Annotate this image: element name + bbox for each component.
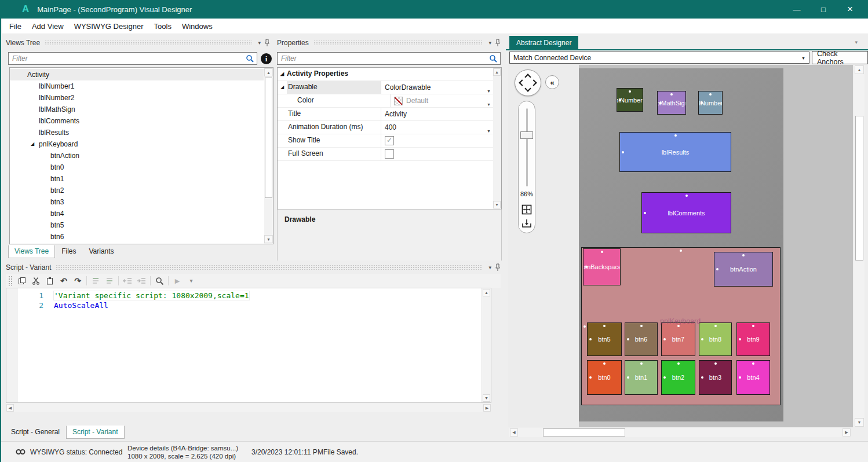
designer-view-btn7[interactable]: btn7 [661, 322, 695, 356]
code-editor[interactable]: 1'Variant specific script: 1080x2009,sca… [6, 288, 491, 403]
property-row-animation-duration-ms[interactable]: Animation Duration (ms)400▼ [278, 121, 501, 134]
scroll-down-icon[interactable]: ▼ [483, 394, 490, 402]
designer-view-lblcomments[interactable]: lblComments [641, 192, 731, 233]
tab-variants[interactable]: Variants [82, 245, 120, 258]
designer-view-btn1[interactable]: btn1 [625, 360, 658, 395]
scrollbar-thumb[interactable] [265, 78, 272, 198]
editor-hscrollbar[interactable]: ◀ ▶ [6, 404, 491, 412]
comment-icon[interactable] [89, 275, 103, 287]
designer-view-lblnumber1[interactable]: lblNumber1 [617, 88, 643, 112]
paste-icon[interactable] [43, 275, 57, 287]
tree-item-btn1[interactable]: btn1 [10, 173, 264, 185]
zoom-slider[interactable]: 86% [518, 101, 535, 233]
expander-icon[interactable]: ◢ [278, 81, 287, 94]
tab-views-tree[interactable]: Views Tree [8, 245, 55, 258]
cut-icon[interactable] [29, 275, 43, 287]
chevron-down-icon[interactable]: ▾ [855, 39, 858, 45]
property-value[interactable]: Activity [381, 108, 501, 120]
checkbox-checked[interactable]: ✓ [385, 136, 394, 145]
checkbox-unchecked[interactable] [385, 149, 394, 159]
pan-up-icon[interactable] [524, 74, 531, 80]
scroll-up-icon[interactable]: ▲ [855, 65, 864, 74]
tree-item-lblnumber2[interactable]: lblNumber2 [10, 92, 264, 104]
tree-item-lblmathsign[interactable]: lblMathSign [10, 104, 264, 115]
designer-hscrollbar[interactable]: ◀ ▶ [509, 428, 851, 437]
expander-icon[interactable]: ◢ [31, 138, 39, 150]
property-grid-scrollbar[interactable]: ▲ ▼ [493, 68, 501, 209]
chevron-down-icon[interactable]: ▾ [488, 40, 491, 46]
tree-item-btn5[interactable]: btn5 [10, 219, 264, 231]
property-row-show-title[interactable]: Show Title✓ [278, 134, 501, 148]
fit-to-screen-button[interactable] [520, 203, 533, 216]
overflow-icon[interactable]: ▾ [184, 275, 198, 287]
chevron-down-icon[interactable]: ▾ [488, 265, 491, 270]
designer-view-lblmathsign[interactable]: lblMathSign [657, 91, 686, 115]
scrollbar-thumb[interactable] [855, 116, 863, 261]
import-layout-button[interactable] [520, 217, 533, 230]
zoom-slider-thumb[interactable] [520, 131, 533, 139]
menu-tools[interactable]: Tools [154, 22, 172, 31]
tree-item-btnaction[interactable]: btnAction [10, 150, 264, 162]
property-value[interactable]: ColorDrawable▼ [381, 81, 501, 94]
maximize-button[interactable]: □ [810, 0, 837, 19]
uncomment-icon[interactable] [103, 275, 116, 287]
tree-item-activity[interactable]: Activity [10, 69, 264, 80]
scroll-left-icon[interactable]: ◀ [6, 404, 14, 412]
tree-item-lblresults[interactable]: lblResults [10, 127, 264, 138]
designer-view-btnaction[interactable]: btnAction [714, 252, 773, 287]
property-row-drawable[interactable]: ◢DrawableColorDrawable▼ [278, 81, 501, 94]
pan-left-icon[interactable] [519, 79, 525, 86]
menu-wysiwyg-designer[interactable]: WYSIWYG Designer [74, 22, 144, 31]
outdent-icon[interactable] [121, 275, 134, 287]
tree-item-btn0[interactable]: btn0 [10, 162, 264, 173]
scroll-up-icon[interactable]: ▲ [483, 289, 490, 296]
designer-vscrollbar[interactable]: ▲ ▼ [854, 65, 865, 427]
designer-view-btn6[interactable]: btn6 [625, 322, 658, 356]
device-variant-select[interactable]: Match Connected Device ▼ [509, 52, 809, 64]
chevron-down-icon[interactable]: ▾ [258, 40, 261, 46]
designer-view-btn9[interactable]: btn9 [736, 322, 770, 356]
property-value[interactable]: ✓ [381, 134, 501, 147]
properties-filter-input[interactable] [277, 52, 501, 65]
close-button[interactable]: × [837, 0, 863, 19]
scroll-left-icon[interactable]: ◀ [510, 428, 518, 437]
property-value[interactable] [381, 148, 501, 160]
code-line[interactable]: 2AutoScaleAll [18, 300, 491, 310]
pan-control[interactable] [515, 69, 541, 96]
designer-view-btn4[interactable]: btn4 [736, 360, 770, 395]
scroll-right-icon[interactable]: ▶ [483, 404, 491, 412]
menu-add-view[interactable]: Add View [32, 22, 64, 31]
views-tree-scrollbar[interactable]: ▲ ▼ [264, 68, 273, 244]
pin-icon[interactable] [495, 39, 501, 47]
run-icon[interactable]: ▶ [170, 275, 184, 287]
minimize-button[interactable]: — [783, 0, 810, 19]
tree-item-lblcomments[interactable]: lblComments [10, 115, 264, 127]
property-row-title[interactable]: TitleActivity [278, 108, 501, 121]
copy-icon[interactable] [15, 275, 29, 287]
scrollbar-thumb[interactable] [543, 428, 625, 437]
menu-windows[interactable]: Windows [182, 22, 213, 31]
check-anchors-button[interactable]: Check Anchors [812, 51, 868, 64]
info-icon[interactable]: i [261, 53, 272, 64]
designer-view-lblresults[interactable]: lblResults [619, 132, 731, 172]
tree-item-btn3[interactable]: btn3 [10, 196, 264, 208]
designer-view-btnbackspace[interactable]: btnBackspace [583, 248, 621, 285]
code-line[interactable]: 1'Variant specific script: 1080x2009,sca… [18, 291, 491, 300]
designer-view-lblnumber2[interactable]: lblNumber2 [698, 91, 723, 115]
designer-view-btn2[interactable]: btn2 [661, 360, 695, 395]
views-tree-filter-input[interactable] [8, 52, 257, 65]
collapse-tools-button[interactable]: « [545, 75, 559, 89]
property-row-full-screen[interactable]: Full Screen [278, 148, 501, 161]
designer-view-btn3[interactable]: btn3 [699, 360, 732, 395]
indent-icon[interactable] [134, 275, 148, 287]
pan-down-icon[interactable] [524, 85, 531, 91]
scroll-down-icon[interactable]: ▼ [855, 418, 864, 427]
expander-icon[interactable]: ◢ [278, 68, 287, 80]
zoom-slider-track[interactable] [526, 108, 528, 186]
toolbar-grip[interactable] [8, 276, 13, 286]
pin-icon[interactable] [264, 39, 270, 47]
tree-item-btn6[interactable]: btn6 [10, 231, 264, 243]
scroll-up-icon[interactable]: ▲ [264, 68, 273, 76]
tab-files[interactable]: Files [55, 245, 82, 258]
device-canvas[interactable]: pnlKeyboard lblNumber1lblMathSignlblNumb… [579, 68, 783, 421]
